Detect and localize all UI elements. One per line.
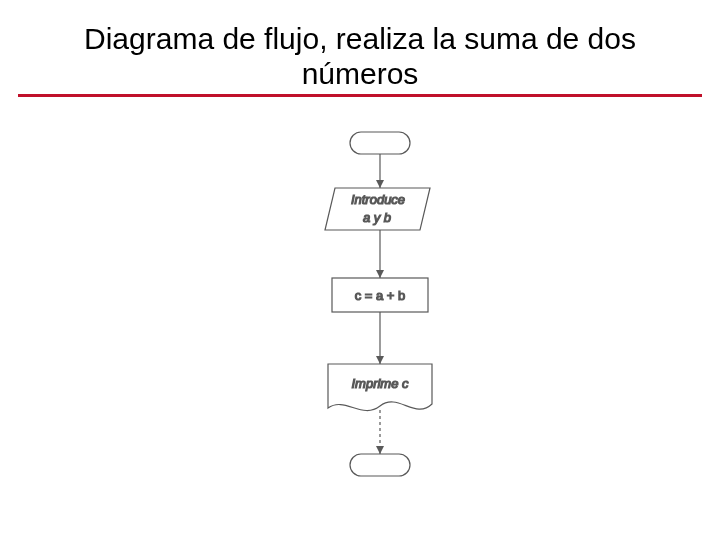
svg-rect-0 xyxy=(350,132,410,154)
flowchart-start xyxy=(350,132,410,154)
flowchart-end xyxy=(350,454,410,476)
svg-marker-8 xyxy=(376,356,384,364)
slide: Diagrama de flujo, realiza la suma de do… xyxy=(0,0,720,540)
flowchart-process-label: c = a + b xyxy=(355,288,406,303)
slide-title-line1: Diagrama de flujo, realiza la suma de do… xyxy=(0,22,720,57)
flowchart-output-label: Imprime c xyxy=(351,376,409,391)
slide-title-line2: números xyxy=(0,57,720,92)
svg-rect-11 xyxy=(350,454,410,476)
svg-marker-2 xyxy=(376,180,384,188)
svg-marker-10 xyxy=(376,446,384,454)
flowchart-input-line1: Introduce xyxy=(351,192,405,207)
title-underline xyxy=(18,94,702,97)
svg-marker-5 xyxy=(376,270,384,278)
flowchart-input-line2: a y b xyxy=(363,210,391,225)
flowchart: Introduce a y b c = a + b Imprime c xyxy=(280,130,480,510)
slide-title: Diagrama de flujo, realiza la suma de do… xyxy=(0,22,720,91)
